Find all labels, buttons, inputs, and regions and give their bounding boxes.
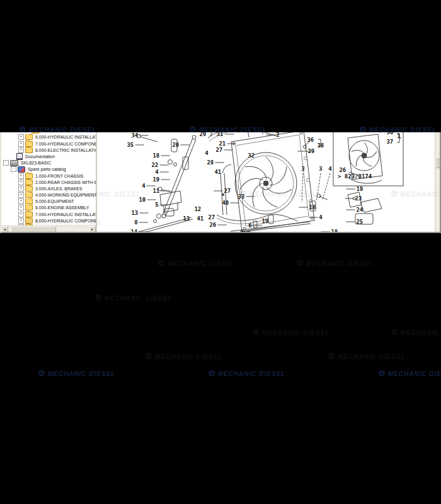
collapse-toggle-icon[interactable]: - [3,160,9,166]
tree-item-label: 2.000-REAR CHASSIS WITH EQUIPM [34,180,96,185]
tree-item[interactable]: +7.000-HYDRAULIC INSTALLATION [1,211,96,217]
part-label-3: 3 [301,166,304,172]
part-label-4: 4 [328,166,331,172]
doc-icon [16,153,23,159]
part-label-5: 5 [155,202,158,208]
expand-toggle-icon[interactable]: + [18,205,24,210]
tree-item[interactable]: +3.000-AXLES, BRAKES [1,185,96,192]
folder-icon [25,173,33,179]
tree-item-label: 8.000-HYDRAULIC COMPONENTS [34,219,96,223]
drawing-vertical-scrollbar[interactable] [435,128,440,232]
scrollbar-thumb[interactable] [435,157,440,168]
folder-icon [25,186,33,192]
part-label-36: 36 [307,137,314,143]
part-label-19: 19 [152,176,159,183]
tree-item-label: 6.000-ENGINE ASSEMBLY [34,205,90,210]
tree-item[interactable]: +2.000-REAR CHASSIS WITH EQUIPM [1,179,96,185]
drawing-panel[interactable]: Planche: 5.002 PIECES A AJOUTER, REFROID… [97,120,440,232]
folder-icon [25,218,33,224]
expand-toggle-icon[interactable]: + [18,212,24,217]
gear-icon: ⚙ [145,352,153,361]
tree-item[interactable]: +6.000-ENGINE ASSEMBLY [1,205,96,211]
tree-item[interactable]: +4.000-WORKING EQUIPMENT [1,192,96,198]
folder-icon [25,212,33,217]
part-label-8: 8 [134,219,137,226]
inset-reference: > 823/0174 [338,173,372,180]
gear-icon: ⚙ [158,258,166,268]
tree-item[interactable]: Documentation [1,153,96,159]
expand-toggle-icon[interactable]: + [18,147,24,153]
watermark-stamp: ⚙MECHANIC DIESEL [145,352,222,361]
part-label-38: 38 [317,142,324,149]
root-icon [10,160,18,166]
gear-icon: ⚙ [391,328,399,337]
part-label-13: 13 [131,210,138,216]
watermark-stamp: ⚙MECHANIC DIESEL [252,328,329,337]
scroll-left-icon[interactable]: ◄ [1,226,8,232]
tree-item-label: SKL823-BASIC [20,161,52,165]
part-label-32: 32 [248,152,255,159]
tree-item[interactable]: +8.000-HYDRAULIC COMPONENTS [1,217,96,224]
expand-toggle-icon[interactable]: + [18,141,24,147]
expand-toggle-icon[interactable]: + [18,186,24,192]
part-label-26: 26 [209,222,216,228]
tree-item-label: 3.000-AXLES, BRAKES [34,186,84,191]
folder-icon [25,205,33,210]
tree-item[interactable]: +1.000-FRONT CHASSIS [1,173,96,179]
part-label-4: 4 [319,214,322,220]
gear-icon: ⚙ [328,352,336,361]
tree-item-label: Spare parts catalog [26,167,67,171]
part-label-41: 41 [197,215,203,222]
collapse-toggle-icon[interactable]: - [11,166,16,172]
part-label-27: 27 [224,188,231,194]
tree-item[interactable]: +6.000-HYDRAULIC INSTALLATION [1,134,96,140]
gear-icon: ⚙ [252,328,260,337]
tree-item-label: 8.000-ELECTRIC INSTALLATION [34,148,96,152]
part-label-9: 9 [240,229,243,232]
scroll-right-icon[interactable]: ► [89,226,96,232]
part-label-27: 27 [215,147,222,153]
expand-toggle-icon[interactable]: + [18,198,24,204]
part-label-22: 22 [151,162,158,168]
top-black-band [0,0,441,132]
part-label-28: 28 [207,159,214,166]
folder-icon [25,192,33,198]
part-label-33: 33 [238,193,244,200]
folder-icon [25,141,33,147]
part-label-1: 1 [397,133,400,139]
tree-item-label: 7.000-HYDRAULIC INSTALLATION [34,212,96,217]
part-label-25: 25 [356,219,363,225]
tree-item[interactable]: -SKL823-BASIC [1,160,96,166]
part-label-18: 18 [152,152,159,159]
tree-item[interactable]: +5.000-EQUIPMENT [1,198,96,205]
part-label-40: 40 [222,200,229,206]
tree-item-label: 1.000-FRONT CHASSIS [34,174,85,178]
tree-item[interactable]: +7.000-HYDRAULIC COMPONENTS [1,140,96,147]
part-label-24: 24 [356,207,363,213]
watermark-stamp: ⚙MECHANIC DIESEL [94,293,172,302]
watermark-stamp: ⚙MECHANIC DIESEL [296,258,374,268]
part-label-3: 3 [319,166,322,172]
expand-toggle-icon[interactable]: + [18,180,24,185]
tree-item-label: Documentation [24,154,56,159]
scrollbar-thumb[interactable] [11,226,56,232]
part-label-2: 2 [276,132,279,138]
folder-icon [25,147,33,153]
tree-horizontal-scrollbar[interactable]: ◄ ► [1,226,96,232]
part-label-39: 39 [307,148,314,154]
expand-toggle-icon[interactable]: + [18,218,24,224]
tree-item-label: 7.000-HYDRAULIC COMPONENTS [34,142,96,146]
tree-item[interactable]: -Spare parts catalog [1,166,96,173]
tree-item-label: 5.000-EQUIPMENT [34,199,75,203]
tree-item[interactable]: +8.000-ELECTRIC INSTALLATION [1,147,96,153]
expand-toggle-icon[interactable]: + [18,192,24,198]
expand-toggle-icon[interactable]: + [18,173,24,179]
part-label-12: 12 [194,206,201,212]
part-label-41: 41 [214,169,221,175]
screen: { "window": {"title": "IS-Spare Parts Ca… [0,0,441,504]
part-label-10: 10 [139,197,146,203]
expand-toggle-icon[interactable]: + [18,134,24,140]
watermark-stamp: ⚙MECHANIC DIESEL [158,258,235,268]
catalog-icon [18,166,25,173]
folder-icon [25,198,33,204]
